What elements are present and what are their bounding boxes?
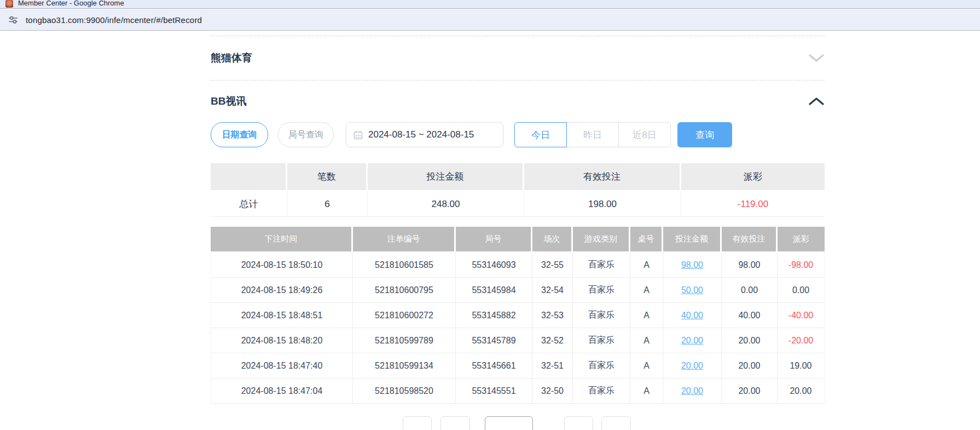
cell-bet-time: 2024-08-15 18:48:20 xyxy=(211,328,353,353)
cell-order-no: 521810601585 xyxy=(353,253,456,278)
date-query-tab[interactable]: 日期查询 xyxy=(211,122,268,147)
cell-bet-amount: 40.00 xyxy=(663,303,722,328)
cell-session: 32-51 xyxy=(532,353,573,379)
window-title-bar: Member Center - Google Chrome xyxy=(0,0,980,9)
cell-session: 32-55 xyxy=(532,253,573,278)
summary-payout: -119.00 xyxy=(681,192,825,217)
summary-header-payout: 派彩 xyxy=(681,163,825,192)
cell-game-type: 百家乐 xyxy=(573,278,630,303)
bet-header-bet-amount: 投注金额 xyxy=(663,227,722,253)
cell-table-no: A xyxy=(630,379,663,404)
calendar-icon xyxy=(353,130,363,140)
date-range-value[interactable]: 2024-08-15 ~ 2024-08-15 xyxy=(368,129,474,140)
bet-record-table: 下注时间注单编号局号场次游戏类别桌号投注金额有效投注派彩 2024-08-15 … xyxy=(211,227,825,404)
address-bar[interactable]: tongbao31.com:9900/infe/mcenter/#/betRec… xyxy=(0,9,980,31)
table-row: 2024-08-15 18:49:26521810600795553145984… xyxy=(211,278,825,303)
cell-bet-amount: 20.00 xyxy=(663,328,722,353)
cell-bet-time: 2024-08-15 18:47:40 xyxy=(211,353,353,379)
chevron-down-icon[interactable] xyxy=(808,54,825,62)
section-header-bb-video[interactable]: BB视讯 xyxy=(211,81,825,122)
bet-amount-link[interactable]: 20.00 xyxy=(681,386,703,395)
site-settings-icon[interactable] xyxy=(5,12,21,28)
pagination-bar xyxy=(211,416,825,430)
cell-payout: -98.00 xyxy=(778,253,825,278)
cell-table-no: A xyxy=(630,303,663,328)
cell-payout: 20.00 xyxy=(778,379,825,404)
cell-valid-bet: 20.00 xyxy=(722,379,778,404)
bet-table-header-row: 下注时间注单编号局号场次游戏类别桌号投注金额有效投注派彩 xyxy=(211,227,825,253)
bet-header-round-no: 局号 xyxy=(456,227,532,253)
today-button[interactable]: 今日 xyxy=(514,122,567,147)
cell-valid-bet: 20.00 xyxy=(722,353,778,379)
cell-payout: -40.00 xyxy=(778,303,825,328)
pagination-next-button[interactable] xyxy=(564,416,593,430)
cell-table-no: A xyxy=(630,253,663,278)
last-8-days-button[interactable]: 近8日 xyxy=(618,122,671,147)
filter-toolbar: 日期查询 局号查询 2024-08-15 ~ 2024-08-15 今日 昨日 … xyxy=(211,122,825,147)
summary-header-valid-bet: 有效投注 xyxy=(524,163,681,192)
cell-bet-amount: 20.00 xyxy=(663,379,722,404)
yesterday-button[interactable]: 昨日 xyxy=(566,122,619,147)
pagination-goto-button[interactable] xyxy=(601,416,631,430)
cell-round-no: 553145551 xyxy=(456,379,532,404)
section-title: BB视讯 xyxy=(211,94,246,108)
cell-session: 32-53 xyxy=(532,303,573,328)
section-title: 熊猫体育 xyxy=(211,51,252,65)
table-row: 2024-08-15 18:47:04521810598520553145551… xyxy=(211,379,825,404)
summary-valid-bet: 198.00 xyxy=(524,192,681,217)
cell-valid-bet: 98.00 xyxy=(722,253,778,278)
bet-amount-link[interactable]: 20.00 xyxy=(681,336,703,345)
cell-bet-time: 2024-08-15 18:49:26 xyxy=(211,278,353,303)
cell-payout: 0.00 xyxy=(778,278,825,303)
cell-session: 32-52 xyxy=(532,328,573,353)
table-row: 2024-08-15 18:47:40521810599134553145661… xyxy=(211,353,825,379)
cell-round-no: 553146093 xyxy=(456,253,532,278)
cell-bet-time: 2024-08-15 18:50:10 xyxy=(211,253,353,278)
section-header-panda-sports[interactable]: 熊猫体育 xyxy=(211,36,825,80)
cell-bet-amount: 98.00 xyxy=(663,253,722,278)
cell-table-no: A xyxy=(630,328,663,353)
cell-round-no: 553145984 xyxy=(456,278,532,303)
summary-total-row: 总计 6 248.00 198.00 -119.00 xyxy=(211,192,825,217)
cell-bet-time: 2024-08-15 18:47:04 xyxy=(211,379,353,404)
bet-header-game-type: 游戏类别 xyxy=(573,227,630,253)
cell-round-no: 553145882 xyxy=(456,303,532,328)
date-range-input[interactable]: 2024-08-15 ~ 2024-08-15 xyxy=(346,122,503,147)
cell-game-type: 百家乐 xyxy=(573,328,630,353)
chevron-up-icon[interactable] xyxy=(808,97,825,106)
cell-round-no: 553145661 xyxy=(456,353,532,379)
summary-table: 笔数 投注金额 有效投注 派彩 总计 6 248.00 198.00 -119.… xyxy=(211,163,825,217)
quick-range-group: 今日 昨日 近8日 xyxy=(514,122,671,147)
bet-header-valid-bet: 有效投注 xyxy=(722,227,778,253)
pagination-prev-button[interactable] xyxy=(403,416,432,430)
bet-header-table-no: 桌号 xyxy=(630,227,663,253)
summary-header-count: 笔数 xyxy=(287,163,368,192)
bet-amount-link[interactable]: 40.00 xyxy=(681,311,703,320)
cell-game-type: 百家乐 xyxy=(573,253,630,278)
summary-header-blank xyxy=(211,163,287,192)
round-query-tab[interactable]: 局号查询 xyxy=(278,122,334,147)
bet-header-payout: 派彩 xyxy=(778,227,825,253)
cell-order-no: 521810598520 xyxy=(353,379,456,404)
bet-amount-link[interactable]: 98.00 xyxy=(681,260,703,270)
favicon-panda-icon xyxy=(5,0,13,8)
cell-session: 32-50 xyxy=(532,379,573,404)
query-button[interactable]: 查询 xyxy=(677,122,732,147)
pagination-page-button[interactable] xyxy=(440,416,470,430)
summary-bet-amount: 248.00 xyxy=(368,192,524,217)
cell-order-no: 521810599134 xyxy=(353,353,456,379)
table-row: 2024-08-15 18:48:20521810599789553145789… xyxy=(211,328,825,353)
bet-amount-link[interactable]: 50.00 xyxy=(681,285,703,295)
pagination-size-select[interactable] xyxy=(485,416,533,430)
cell-valid-bet: 0.00 xyxy=(722,278,778,303)
summary-header-bet-amount: 投注金额 xyxy=(368,163,524,192)
cell-round-no: 553145789 xyxy=(456,328,532,353)
summary-total-label: 总计 xyxy=(211,192,287,217)
bet-header-session: 场次 xyxy=(532,227,573,253)
cell-valid-bet: 40.00 xyxy=(722,303,778,328)
cell-bet-amount: 50.00 xyxy=(663,278,722,303)
cell-payout: 19.00 xyxy=(778,353,825,379)
bet-amount-link[interactable]: 20.00 xyxy=(681,361,703,370)
url-text[interactable]: tongbao31.com:9900/infe/mcenter/#/betRec… xyxy=(26,15,202,25)
cell-table-no: A xyxy=(630,278,663,303)
